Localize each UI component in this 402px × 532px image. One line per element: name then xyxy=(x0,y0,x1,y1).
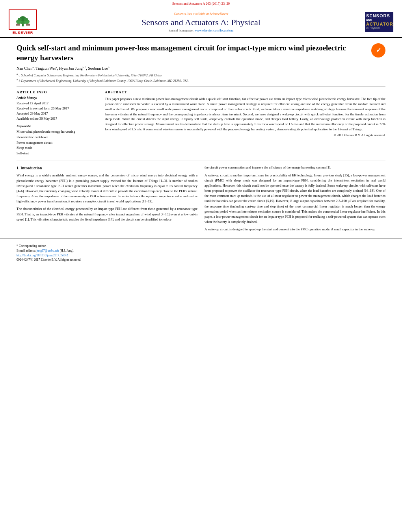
abstract-label: ABSTRACT xyxy=(105,90,385,94)
svg-rect-8 xyxy=(26,24,30,26)
crossmark-svg: ✓ xyxy=(372,44,384,56)
elsevier-logo: ELSEVIER xyxy=(7,9,39,35)
sensors-logo: SENSORS and ACTUATORS A: Physical xyxy=(363,12,395,32)
email-name: (H.J. Jung). xyxy=(60,249,74,252)
elsevier-logo-box xyxy=(9,9,37,30)
sensors-logo-box: SENSORS and ACTUATORS A: Physical xyxy=(365,12,393,32)
intro-para-1: Wind energy is a widely available ambien… xyxy=(17,173,197,204)
affil-sup-b: b xyxy=(17,78,18,81)
journal-title: Sensors and Actuators A: Physical xyxy=(39,17,363,28)
svg-point-5 xyxy=(18,18,22,21)
right-para-2: A wake-up circuit is another important i… xyxy=(205,173,385,225)
keywords-section: Keywords: Micro-wind piezoelectric energ… xyxy=(17,124,95,156)
affil-sup-a: a xyxy=(17,72,18,76)
abstract-text: This paper proposes a new minimum power-… xyxy=(105,96,385,132)
right-para-1: the circuit power consumption and improv… xyxy=(205,165,385,170)
elsevier-tree-icon xyxy=(12,13,34,26)
homepage-label-text: journal homepage: xyxy=(169,28,194,32)
affil-a: a a School of Computer Science and Engin… xyxy=(17,72,385,78)
affil-a-text: a School of Computer Science and Enginee… xyxy=(19,73,162,77)
corresponding-label: * Corresponding author. xyxy=(17,244,47,248)
section-1-heading: 1. Introduction xyxy=(17,165,197,171)
received-date: Received 13 April 2017 xyxy=(17,101,95,106)
doi-link[interactable]: http://dx.doi.org/10.1016/j.sna.2017.05.… xyxy=(17,254,68,257)
crossmark-circle: ✓ xyxy=(371,43,385,57)
intro-para-2: The characteristics of the electrical en… xyxy=(17,206,197,222)
svg-text:✓: ✓ xyxy=(376,47,381,54)
available-date: Available online 30 May 2017 xyxy=(17,116,95,121)
sciencedirect-label: Contents lists available at ScienceDirec… xyxy=(39,12,363,16)
footnote-divider xyxy=(17,242,64,242)
article-info-label: ARTICLE INFO xyxy=(17,90,95,94)
sensors-big-text: SENSORS xyxy=(366,13,392,18)
homepage-link[interactable]: www.elsevier.com/locate/sna xyxy=(194,28,233,32)
svg-point-6 xyxy=(24,18,28,21)
affiliations: a a School of Computer Science and Engin… xyxy=(17,72,385,83)
svg-rect-7 xyxy=(16,24,20,26)
svg-rect-0 xyxy=(22,24,24,26)
keyword-2: Piezoelectric cantilever xyxy=(17,135,95,140)
copyright-line: © 2017 Elsevier B.V. All rights reserved… xyxy=(105,133,385,137)
journal-homepage: journal homepage: www.elsevier.com/locat… xyxy=(39,28,363,32)
article-title: Quick self-start and minimum power-loss … xyxy=(17,43,367,63)
sensors-physical-text: A: Physical xyxy=(366,26,392,29)
article-content: Quick self-start and minimum power-loss … xyxy=(0,38,402,238)
crossmark-icon: ✓ xyxy=(371,43,385,57)
accepted-date: Accepted 29 May 2017 xyxy=(17,111,95,116)
contents-label: Contents lists available at xyxy=(174,12,209,16)
article-info-section: ARTICLE INFO Article history: Received 1… xyxy=(17,87,385,156)
keyword-5: Self-start xyxy=(17,151,95,156)
authors-line: Nan Chena, Tingcun Weia, Hyun Jun Jungb,… xyxy=(17,66,385,70)
journal-header: ELSEVIER Contents lists available at Sci… xyxy=(0,6,402,38)
affil-b: b b Department of Mechanical Engineering… xyxy=(17,78,385,83)
article-info-panel: ARTICLE INFO Article history: Received 1… xyxy=(17,90,95,156)
issn-line: 0924-4247/© 2017 Elsevier B.V. All right… xyxy=(17,258,385,262)
footnote-section: * Corresponding author. E-mail address: … xyxy=(0,238,402,263)
body-two-col: 1. Introduction Wind energy is a widely … xyxy=(17,165,385,234)
keyword-3: Power management circuit xyxy=(17,140,95,146)
doi-line: http://dx.doi.org/10.1016/j.sna.2017.05.… xyxy=(17,253,385,258)
elsevier-brand-text: ELSEVIER xyxy=(13,31,34,35)
journal-ref-text: Sensors and Actuators A 263 (2017) 23–29 xyxy=(172,2,230,6)
author-sup-b2: b xyxy=(108,66,110,69)
page: Sensors and Actuators A 263 (2017) 23–29 xyxy=(0,0,402,532)
sensors-and-text: and xyxy=(366,18,392,22)
keyword-1: Micro-wind piezoelectric energy harvesti… xyxy=(17,129,95,135)
body-col-right: the circuit power consumption and improv… xyxy=(205,165,385,234)
journal-reference: Sensors and Actuators A 263 (2017) 23–29 xyxy=(0,0,402,6)
actuators-big-text: ACTUATORS xyxy=(366,22,392,26)
email-link[interactable]: jung87@umbc.edu xyxy=(37,249,59,252)
article-title-section: Quick self-start and minimum power-loss … xyxy=(17,43,385,63)
abstract-section: ABSTRACT This paper proposes a new minim… xyxy=(105,90,385,156)
author-sup-a1: a xyxy=(32,66,34,69)
sciencedirect-link-text[interactable]: ScienceDirect xyxy=(210,12,228,16)
body-col-left: 1. Introduction Wind energy is a widely … xyxy=(17,165,197,234)
author-sup-b1: b,* xyxy=(82,66,86,69)
section-number: 1. xyxy=(17,166,20,170)
keywords-label: Keywords: xyxy=(17,124,95,128)
affil-b-text: b Department of Mechanical Engineering, … xyxy=(19,79,188,82)
author-sup-a2: a xyxy=(56,66,57,69)
email-label: E-mail address: xyxy=(17,249,36,252)
email-line: E-mail address: jung87@umbc.edu (H.J. Ju… xyxy=(17,248,385,253)
section-divider xyxy=(17,161,385,161)
section-title: Introduction xyxy=(20,166,42,170)
right-para-3: A wake-up circuit is designed to speed-u… xyxy=(205,227,385,232)
revised-date: Received in revised form 26 May 2017 xyxy=(17,106,95,111)
corresponding-author: * Corresponding author. xyxy=(17,244,385,248)
history-label: Article history: xyxy=(17,96,95,100)
journal-center: Contents lists available at ScienceDirec… xyxy=(39,12,363,32)
keyword-4: Sleep mode xyxy=(17,145,95,151)
